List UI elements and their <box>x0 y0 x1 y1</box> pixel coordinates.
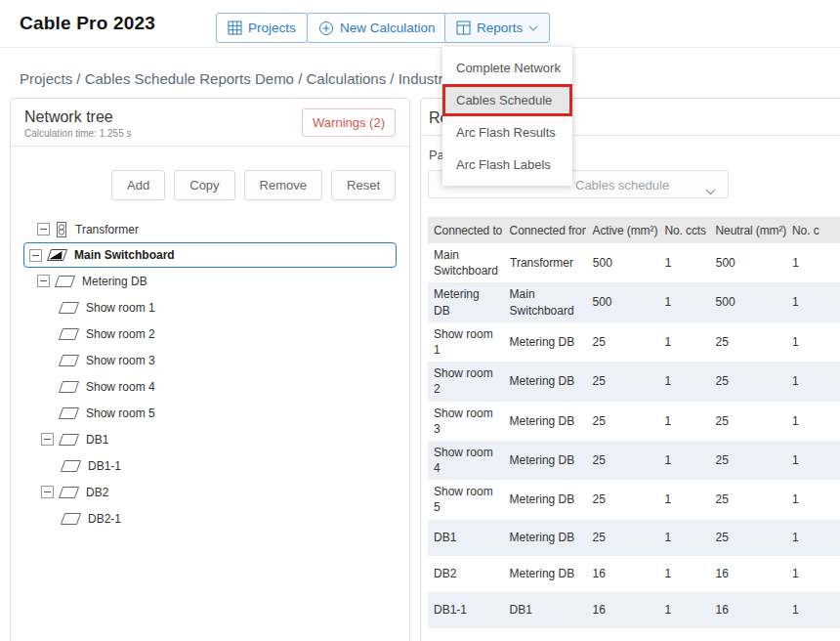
table-cell: 1 <box>786 634 840 641</box>
menu-item-cables-schedule[interactable]: Cables Schedule <box>442 84 572 116</box>
table-cell: 25 <box>710 409 787 433</box>
new-calculation-button[interactable]: New Calculation <box>307 13 447 43</box>
table-cell: 1 <box>658 330 709 354</box>
table-cell: DB2-1 <box>428 634 504 641</box>
warnings-button[interactable]: Warnings (2) <box>302 108 396 137</box>
table-cell: Metering DB <box>504 449 587 472</box>
tree-node-label: DB2-1 <box>88 512 121 526</box>
collapse-icon[interactable] <box>37 223 50 235</box>
new-calculation-button-label: New Calculation <box>340 21 436 35</box>
column-header-no-ccts: No. ccts <box>658 217 709 243</box>
tree-node-show-room-1[interactable]: Show room 1 <box>11 294 409 320</box>
table-cell: Metering DB <box>428 282 504 321</box>
table-cell: 16 <box>710 598 787 621</box>
grid-icon <box>228 21 242 35</box>
add-button[interactable]: Add <box>111 170 165 200</box>
tree-node-db1[interactable]: DB1 <box>11 426 409 452</box>
column-header-no-c: No. c <box>786 217 840 243</box>
table-cell: Metering DB <box>504 330 587 354</box>
table-cell: 25 <box>586 449 658 472</box>
table-cell: Show room 3 <box>428 402 504 441</box>
tree-node-db2-1[interactable]: DB2-1 <box>11 505 409 532</box>
report-type-select-value: Cables schedule <box>575 178 669 192</box>
board-icon <box>59 434 79 446</box>
table-cell: 1 <box>786 290 840 314</box>
collapse-icon[interactable] <box>41 486 54 498</box>
board-icon <box>59 381 79 393</box>
table-row: Show room 4Metering DB251251 <box>428 441 840 480</box>
table-cell: 16 <box>710 634 787 641</box>
table-cell: 1 <box>786 449 840 472</box>
table-cell: Show room 1 <box>428 322 504 362</box>
tree-node-label: Show room 4 <box>86 380 155 394</box>
board-icon <box>59 302 79 314</box>
table-cell: 25 <box>586 409 658 433</box>
table-cell: Main Switchboard <box>428 243 504 282</box>
table-cell: DB2 <box>504 634 587 641</box>
tree-actions: AddCopyRemoveReset <box>11 147 409 212</box>
tree-node-db1-1[interactable]: DB1-1 <box>11 452 409 479</box>
tree-node-metering-db[interactable]: Metering DB <box>11 268 409 294</box>
menu-item-arc-flash-labels[interactable]: Arc Flash Labels <box>442 149 572 181</box>
tree-node-show-room-3[interactable]: Show room 3 <box>11 347 409 373</box>
table-cell: Metering DB <box>504 488 587 511</box>
table-cell: 500 <box>586 290 658 314</box>
table-cell: 1 <box>658 526 709 549</box>
table-cell: 16 <box>586 634 658 641</box>
table-cell: Metering DB <box>504 369 587 393</box>
remove-button[interactable]: Remove <box>244 170 322 200</box>
network-tree: TransformerMain SwitchboardMetering DBSh… <box>11 212 409 532</box>
collapse-icon[interactable] <box>29 249 42 262</box>
board-icon <box>59 355 79 366</box>
tree-node-main-switchboard[interactable]: Main Switchboard <box>23 242 397 268</box>
tree-node-show-room-2[interactable]: Show room 2 <box>11 320 409 347</box>
table-cell: 1 <box>786 369 840 393</box>
board-icon <box>61 513 81 525</box>
menu-item-arc-flash-results[interactable]: Arc Flash Results <box>442 116 572 149</box>
tree-node-show-room-5[interactable]: Show room 5 <box>11 400 409 426</box>
reports-button[interactable]: Reports <box>444 13 550 43</box>
tree-node-label: DB2 <box>86 486 108 499</box>
top-bar: Cable Pro 2023 Projects New Calculation … <box>0 0 840 48</box>
column-header-connected-from: Connected from <box>504 217 587 243</box>
tree-node-label: Show room 1 <box>86 301 155 315</box>
table-cell: DB2 <box>428 562 504 585</box>
reports-menu: Complete NetworkCables ScheduleArc Flash… <box>442 47 572 186</box>
tree-node-label: DB1-1 <box>88 459 121 473</box>
network-tree-header: Network tree Calculation time: 1.255 s W… <box>11 99 409 147</box>
plus-circle-icon <box>318 21 334 36</box>
switchboard-main-icon <box>47 249 67 261</box>
collapse-icon[interactable] <box>41 433 54 446</box>
column-header-active-mm: Active (mm²) <box>586 217 658 243</box>
table-row: DB2-1DB2161161 <box>428 628 840 641</box>
tree-node-show-room-4[interactable]: Show room 4 <box>11 373 409 400</box>
menu-item-complete-network[interactable]: Complete Network <box>442 52 572 84</box>
table-cell: Show room 2 <box>428 362 504 401</box>
table-row: Show room 5Metering DB251251 <box>428 480 840 519</box>
table-cell: 1 <box>658 409 709 433</box>
tree-node-label: Show room 3 <box>86 354 155 367</box>
table-cell: Transformer <box>504 251 587 275</box>
tree-node-label: Transformer <box>75 223 139 236</box>
table-row: DB1-1DB1161161 <box>428 592 840 628</box>
table-row: Metering DBMain Switchboard50015001 <box>428 282 840 321</box>
table-cell: 1 <box>786 526 840 549</box>
chevron-down-icon <box>705 182 716 199</box>
table-cell: 1 <box>658 290 709 314</box>
table-cell: 1 <box>786 488 840 511</box>
collapse-icon[interactable] <box>37 275 50 287</box>
table-row: DB2Metering DB161161 <box>428 556 840 592</box>
table-cell: 16 <box>586 562 658 585</box>
table-cell: 1 <box>786 251 840 275</box>
table-cell: 1 <box>786 598 840 621</box>
tree-node-db2[interactable]: DB2 <box>11 479 409 505</box>
table-cell: Metering DB <box>504 409 587 433</box>
projects-button[interactable]: Projects <box>216 13 308 43</box>
table-cell: 1 <box>658 369 709 393</box>
table-cell: 25 <box>710 526 787 549</box>
copy-button[interactable]: Copy <box>174 170 234 200</box>
table-cell: Show room 4 <box>428 441 504 480</box>
reports-button-label: Reports <box>477 21 523 35</box>
reset-button[interactable]: Reset <box>331 170 396 200</box>
tree-node-transformer[interactable]: Transformer <box>11 216 409 242</box>
